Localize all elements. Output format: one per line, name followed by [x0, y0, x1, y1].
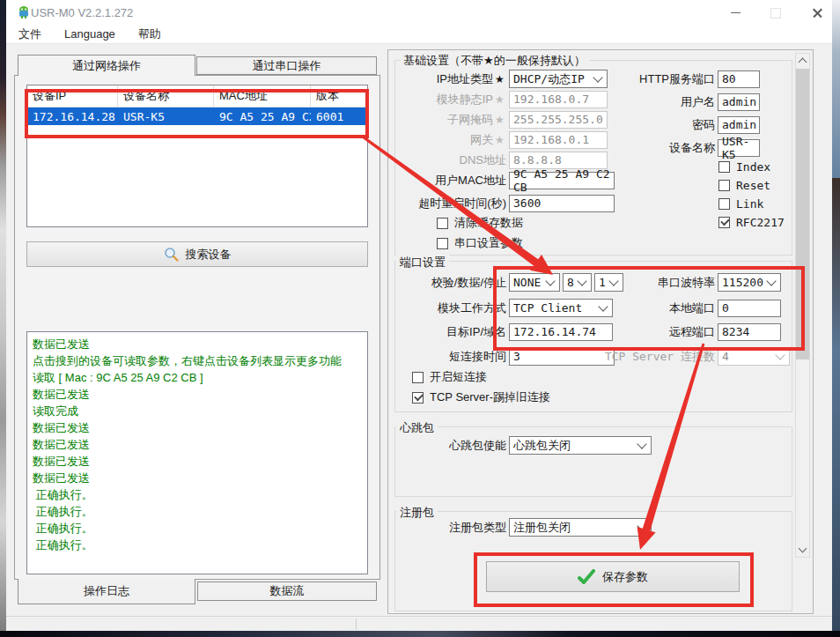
checkbox-checked: [412, 392, 424, 404]
menu-help[interactable]: 帮助: [138, 26, 161, 42]
chevron-up-icon: [799, 58, 807, 67]
close-button[interactable]: [804, 5, 830, 20]
checkbox-checked: [718, 217, 730, 228]
field-label: 模块静态IP: [387, 92, 493, 107]
tab-label: 操作日志: [84, 583, 129, 599]
register-type-select[interactable]: 注册包关闭: [509, 518, 652, 537]
cell-device-ip: 172.16.14.28: [27, 110, 118, 123]
chevron-down-icon: [775, 350, 785, 359]
reboot-timeout-input[interactable]: 3600: [509, 195, 615, 212]
menu-language[interactable]: Language: [64, 27, 115, 41]
search-icon: [164, 247, 179, 262]
tab-data-stream[interactable]: 数据流: [197, 581, 377, 601]
checkbox-short-conn[interactable]: 开启短连接: [412, 370, 487, 384]
baud-rate-select[interactable]: 115200: [718, 273, 781, 292]
password-input[interactable]: admin: [718, 116, 760, 134]
table-row-selected[interactable]: 172.16.14.28 USR-K5 9C A5 25 A9 C2 CB 60…: [27, 107, 367, 125]
mac-address-input[interactable]: 9C A5 25 A9 C2 CB: [509, 172, 615, 189]
scroll-down-button[interactable]: [796, 543, 809, 557]
maximize-icon: [770, 8, 781, 19]
checkbox: [412, 372, 424, 383]
checkbox-kick-old-conn[interactable]: TCP Server-踢掉旧连接: [412, 390, 550, 404]
chevron-down-icon: [637, 439, 646, 448]
field-device-name: 设备名称 USR-K5: [564, 138, 760, 157]
star-icon: ★: [493, 73, 506, 85]
checkbox: [718, 198, 730, 210]
cell-version: 6001: [311, 110, 367, 123]
checkbox-clear-cache[interactable]: 清除缓存数据: [437, 216, 523, 230]
minimize-button[interactable]: [722, 5, 748, 20]
group-port-settings-title: 端口设置: [396, 255, 449, 270]
vertical-scrollbar[interactable]: [795, 53, 810, 558]
operation-log[interactable]: 数据已发送 点击搜到的设备可读取参数，右键点击设备列表显示更多功能 读取 [ M…: [26, 331, 368, 574]
selected-value: 115200: [722, 276, 763, 289]
title-bar: USR-M0 V2.2.1.272: [6, 0, 832, 25]
star-icon: ★: [493, 114, 506, 126]
field-label: 模块工作方式: [387, 300, 506, 316]
scroll-up-button[interactable]: [796, 54, 809, 68]
field-label: IP地址类型: [387, 71, 493, 87]
log-line: 数据已发送: [33, 470, 362, 486]
tab-serial-operation[interactable]: 通过串口操作: [196, 56, 377, 75]
maximize-button[interactable]: [763, 5, 789, 20]
tcp-server-conns-select[interactable]: 4: [718, 347, 790, 366]
field-label: 用户名: [564, 94, 715, 110]
scrollbar-thumb[interactable]: [796, 69, 809, 359]
device-table: 设备IP 设备名称 MAC地址 版本 172.16.14.28 USR-K5 9…: [26, 85, 368, 227]
field-label: 网关: [387, 132, 493, 148]
checkbox-serial-params[interactable]: 串口设置参数: [437, 236, 523, 250]
checkbox-label: TCP Server-踢掉旧连接: [430, 389, 550, 405]
close-icon: [812, 7, 823, 19]
log-line: 正确执行。: [33, 503, 362, 520]
cell-mac: 9C A5 25 A9 C2 CB: [214, 110, 311, 123]
search-device-label: 搜索设备: [186, 247, 232, 263]
tab-operation-log[interactable]: 操作日志: [18, 579, 195, 604]
green-check-icon: [578, 569, 595, 585]
field-tcp-server-conns: TCP Server 连接数 4: [564, 347, 790, 366]
log-line: 数据已发送: [33, 336, 362, 352]
checkbox-index[interactable]: Index: [718, 159, 770, 174]
column-header-device-ip[interactable]: 设备IP: [27, 85, 118, 107]
checkbox: [437, 238, 448, 249]
selected-value: NONE: [513, 276, 541, 289]
tab-label: 通过网络操作: [72, 58, 141, 74]
checkbox-label: Link: [736, 197, 763, 211]
checkbox: [718, 161, 730, 173]
status-bar: [6, 616, 832, 631]
column-header-version[interactable]: 版本: [311, 85, 367, 107]
local-port-input[interactable]: 0: [718, 300, 781, 317]
field-label: 串口波特率: [564, 275, 715, 291]
checkbox-label: Reset: [736, 179, 770, 192]
field-label: 用户MAC地址: [387, 173, 506, 189]
field-label: 心跳包使能: [387, 438, 506, 454]
log-line: 读取完成: [33, 403, 362, 419]
group-heartbeat-title: 心跳包: [396, 420, 438, 436]
field-label: 本地端口: [564, 300, 715, 316]
column-header-device-name[interactable]: 设备名称: [118, 85, 214, 107]
save-params-button[interactable]: 保存参数: [486, 561, 740, 592]
checkbox: [718, 180, 730, 191]
menu-file[interactable]: 文件: [18, 26, 41, 42]
selected-value: 4: [722, 350, 729, 363]
remote-port-input[interactable]: 8234: [718, 323, 781, 341]
checkbox-reset[interactable]: Reset: [718, 178, 770, 192]
username-input[interactable]: admin: [718, 93, 760, 111]
http-port-input[interactable]: 80: [718, 70, 760, 88]
minimize-icon: [731, 12, 741, 14]
heartbeat-enable-select[interactable]: 心跳包关闭: [509, 436, 652, 455]
checkbox: [437, 218, 448, 229]
field-mac: 用户MAC地址 9C A5 25 A9 C2 CB: [387, 171, 615, 189]
search-device-button[interactable]: 搜索设备: [26, 241, 368, 267]
group-register-packet-title: 注册包: [396, 505, 438, 521]
checkbox-link[interactable]: Link: [718, 196, 763, 211]
field-label: 校验/数据/停止: [387, 275, 506, 291]
device-name-input[interactable]: USR-K5: [718, 139, 760, 157]
checkbox-rfc2217[interactable]: RFC2217: [718, 215, 785, 229]
chevron-down-icon: [766, 276, 776, 285]
tab-network-operation[interactable]: 通过网络操作: [18, 55, 195, 76]
column-header-mac[interactable]: MAC地址: [214, 85, 311, 107]
checkbox-label: 清除缓存数据: [454, 215, 523, 231]
desktop-edge-bottom: [0, 631, 840, 637]
parity-select[interactable]: NONE: [509, 273, 560, 292]
checkbox-label: Index: [736, 160, 770, 174]
